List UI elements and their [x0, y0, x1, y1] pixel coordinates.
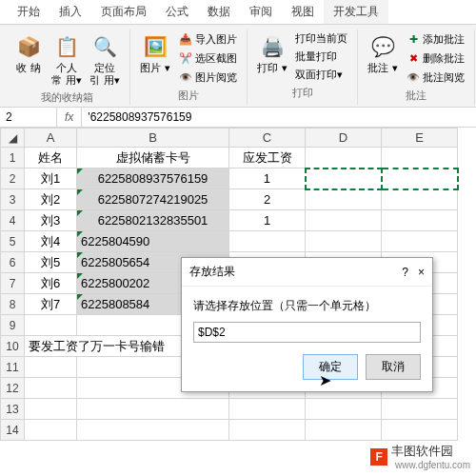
cell[interactable]: 6225804590 [77, 231, 229, 252]
print-current-button[interactable]: 打印当前页 [291, 30, 351, 48]
row-header[interactable]: 10 [1, 336, 25, 357]
cell[interactable] [306, 148, 382, 169]
storage-button[interactable]: 📦收 纳 [10, 30, 48, 89]
help-icon[interactable]: ? [402, 266, 408, 279]
tab-view[interactable]: 视图 [282, 0, 324, 24]
cell[interactable]: 刘1 [25, 169, 77, 189]
cell-marquee[interactable] [306, 169, 382, 189]
cell[interactable]: 刘5 [25, 252, 77, 273]
cell[interactable] [229, 231, 306, 252]
cell[interactable] [306, 231, 382, 252]
comment-button[interactable]: 💬批注 ▾ [364, 30, 402, 87]
row-header[interactable]: 8 [1, 294, 25, 315]
image-icon: 🖼️ [140, 31, 170, 62]
plus-icon: ✚ [406, 31, 421, 47]
dialog-title: 存放结果 [189, 264, 235, 280]
batch-print-button[interactable]: 批量打印 [291, 48, 351, 66]
formula-input[interactable]: '6225808937576159 [82, 108, 476, 127]
import-image-button[interactable]: 📥导入图片 [174, 30, 241, 49]
cell[interactable]: 6225807274219025 [77, 189, 229, 210]
personal-icon: 📋 [51, 31, 82, 62]
cell[interactable]: 1 [229, 210, 306, 231]
cell[interactable]: 6225808937576159 [77, 169, 229, 189]
row-header[interactable]: 11 [1, 357, 25, 378]
cell[interactable]: 虚拟储蓄卡号 [77, 148, 229, 169]
cell[interactable]: 刘7 [25, 294, 77, 315]
group-label: 我的收纳箱 [41, 90, 93, 105]
row-header[interactable]: 3 [1, 189, 25, 210]
cell[interactable]: 1 [229, 169, 306, 189]
row-header[interactable]: 6 [1, 252, 25, 273]
personal-button[interactable]: 📋个人常 用▾ [48, 30, 86, 89]
cell[interactable]: 刘3 [25, 210, 77, 231]
locate-icon: 🔍 [89, 31, 120, 62]
add-comment-button[interactable]: ✚添加批注 [402, 30, 468, 49]
select-all[interactable]: ◢ [1, 129, 25, 148]
ribbon-group-comment: 💬批注 ▾ ✚添加批注 ✖删除批注 👁️批注阅览 批注 [358, 30, 475, 105]
cell[interactable] [382, 231, 458, 252]
locate-ref-button[interactable]: 🔍定位引 用▾ [86, 30, 124, 89]
comment-icon: 💬 [367, 31, 398, 62]
delete-comment-button[interactable]: ✖删除批注 [402, 49, 468, 68]
cell[interactable] [382, 148, 458, 169]
tab-layout[interactable]: 页面布局 [91, 0, 156, 24]
row-header[interactable]: 2 [1, 169, 25, 189]
name-box[interactable]: 2 [0, 108, 57, 127]
cell[interactable]: 刘2 [25, 189, 77, 210]
row-header[interactable]: 14 [1, 420, 25, 441]
print-button[interactable]: 🖨️打印 ▾ [253, 30, 291, 84]
col-header-D[interactable]: D [306, 129, 382, 148]
ribbon-group-storage: 📦收 纳 📋个人常 用▾ 🔍定位引 用▾ 我的收纳箱 [4, 30, 130, 105]
image-button[interactable]: 🖼️图片 ▾ [136, 30, 174, 87]
col-header-C[interactable]: C [229, 129, 306, 148]
cell[interactable] [382, 210, 458, 231]
cell[interactable]: 刘6 [25, 273, 77, 294]
delete-icon: ✖ [406, 50, 421, 66]
view-image-button[interactable]: 👁️图片阅览 [174, 68, 241, 87]
fx-icon[interactable]: fx [57, 108, 82, 127]
screenshot-button[interactable]: ✂️选区截图 [174, 49, 241, 68]
tab-data[interactable]: 数据 [198, 0, 240, 24]
location-input[interactable] [193, 322, 421, 343]
cell[interactable]: 2 [229, 189, 306, 210]
view-comment-button[interactable]: 👁️批注阅览 [402, 68, 468, 87]
row-header[interactable]: 9 [1, 315, 25, 336]
view-icon: 👁️ [178, 69, 193, 85]
tab-dev[interactable]: 开发工具 [324, 0, 388, 24]
col-header-B[interactable]: B [77, 129, 229, 148]
dialog-message: 请选择存放位置（只需一个单元格） [193, 298, 421, 314]
col-header-E[interactable]: E [382, 129, 458, 148]
cell[interactable] [382, 189, 458, 210]
cell[interactable]: 刘4 [25, 231, 77, 252]
row-header[interactable]: 5 [1, 231, 25, 252]
cell[interactable]: 6225802132835501 [77, 210, 229, 231]
cell[interactable]: 应发工资 [229, 148, 306, 169]
duplex-print-button[interactable]: 双面打印▾ [291, 66, 351, 84]
row-header[interactable]: 12 [1, 378, 25, 399]
cell[interactable] [306, 189, 382, 210]
ribbon-group-print: 🖨️打印 ▾ 打印当前页 批量打印 双面打印▾ 打印 [248, 30, 358, 105]
ribbon-tabs: 开始 插入 页面布局 公式 数据 审阅 视图 开发工具 [0, 0, 476, 25]
row-header[interactable]: 1 [1, 148, 25, 169]
cell[interactable] [25, 315, 77, 336]
cell[interactable] [306, 210, 382, 231]
view-icon: 👁️ [406, 69, 421, 85]
row-header[interactable]: 13 [1, 399, 25, 420]
row-header[interactable]: 7 [1, 273, 25, 294]
tab-start[interactable]: 开始 [8, 0, 50, 24]
group-label: 批注 [406, 89, 426, 103]
tab-formula[interactable]: 公式 [156, 0, 198, 24]
cell-marquee[interactable] [382, 169, 458, 189]
cell[interactable]: 姓名 [25, 148, 77, 169]
print-icon: 🖨️ [257, 31, 288, 62]
col-header-A[interactable]: A [25, 129, 77, 148]
ok-button[interactable]: 确定 [303, 354, 358, 380]
tab-insert[interactable]: 插入 [50, 0, 91, 24]
cancel-button[interactable]: 取消 [366, 354, 421, 380]
close-icon[interactable]: × [418, 266, 425, 279]
row-header[interactable]: 4 [1, 210, 25, 231]
tab-review[interactable]: 审阅 [240, 0, 282, 24]
formula-bar: 2 fx '6225808937576159 [0, 108, 476, 128]
storage-icon: 📦 [13, 31, 44, 62]
import-icon: 📥 [178, 31, 193, 47]
